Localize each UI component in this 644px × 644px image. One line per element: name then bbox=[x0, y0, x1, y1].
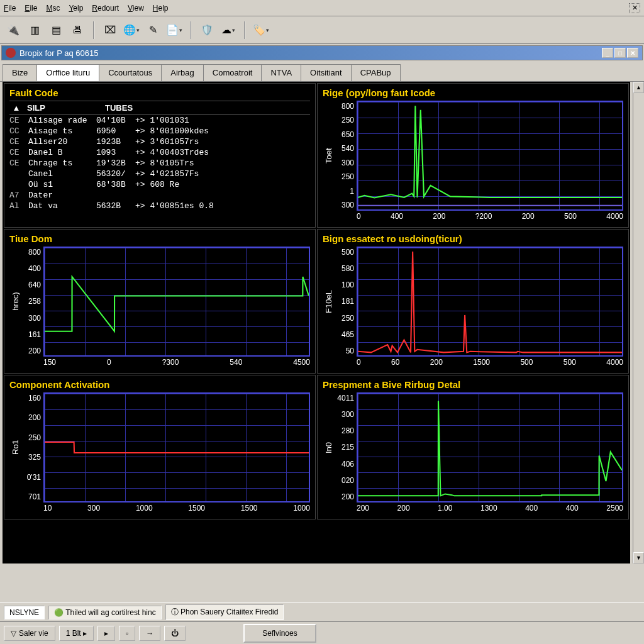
fault-code-title: Fault Code bbox=[9, 87, 310, 98]
nav-prev-icon[interactable]: ▸ bbox=[97, 626, 115, 641]
status-nslyne: NSLYNE bbox=[4, 606, 45, 619]
chart-icon[interactable]: ▥ bbox=[25, 21, 44, 40]
scroll-down-icon[interactable]: ▼ bbox=[633, 552, 644, 564]
tiue-chart-pane: Tiue Dom hrec) 800400640258300161200 150… bbox=[4, 229, 316, 374]
bottom-bar: ▽ Saler vie 1 Blt ▸ ▸ ▫ → ⏻ Seflvinoes bbox=[0, 621, 644, 644]
table-row[interactable]: CEChrage ts19'32B+> 8'0105Trs bbox=[9, 158, 310, 169]
table-row[interactable]: AlDat va5632B+> 4'00851es 0.8 bbox=[9, 201, 310, 211]
status-message-1: 🟢 Thiled will ag cortilrest hinc bbox=[48, 606, 162, 619]
bign-chart-pane: Bign essatect ro usdoing(ticur) F10eL 50… bbox=[317, 229, 629, 374]
sheet-icon[interactable]: 📄▾ bbox=[165, 21, 184, 40]
col-silp[interactable]: SILP bbox=[23, 103, 105, 113]
col-sort-icon[interactable]: ▲ bbox=[9, 103, 23, 113]
status-message-2: ⓘ Phon Sauery Citaiitex Firedid bbox=[165, 604, 284, 620]
tab-bar: Bize Orffice lituru Ccourtatous Airbag C… bbox=[0, 62, 644, 82]
comp-ylabel: Ro1 bbox=[9, 392, 21, 502]
edit-icon[interactable]: ✎ bbox=[143, 21, 162, 40]
menu-help[interactable]: Help bbox=[153, 4, 169, 13]
tab-counators[interactable]: Ccourtatous bbox=[99, 64, 162, 81]
cancel-box-icon[interactable]: ⌧ bbox=[101, 21, 119, 40]
tiue-plot bbox=[43, 247, 310, 357]
close-icon[interactable]: ✕ bbox=[629, 3, 640, 13]
comp-chart-pane: Component Activation Ro1 1602002503250'3… bbox=[4, 375, 316, 519]
table-row[interactable]: Oü s168'38B+> 608 Re bbox=[9, 179, 310, 190]
tiue-yaxis: 800400640258300161200 bbox=[21, 247, 43, 357]
power-icon[interactable]: ⏻ bbox=[164, 626, 186, 641]
comp-yaxis: 1602002503250'31701 bbox=[21, 392, 43, 502]
rige-chart-pane: Rige (opy/long faut Icode Toet 800250650… bbox=[317, 83, 629, 228]
globe-icon[interactable]: 🌐▾ bbox=[122, 21, 141, 40]
menu-bar: File Eile Msc Yelp Redourt View Help ✕ bbox=[0, 0, 644, 16]
vertical-scrollbar[interactable]: ▲ ▼ bbox=[633, 82, 644, 564]
menu-view[interactable]: View bbox=[128, 4, 144, 13]
blt-button[interactable]: 1 Blt ▸ bbox=[59, 626, 94, 641]
tiue-ylabel: hrec) bbox=[9, 247, 21, 357]
tab-comoatroit[interactable]: Comoatroit bbox=[203, 64, 262, 81]
comp-plot bbox=[43, 392, 310, 502]
col-tubes[interactable]: TUBES bbox=[105, 103, 155, 113]
stop-icon[interactable]: ▫ bbox=[119, 626, 135, 641]
child-window-titlebar: Bropix for P aq 60615 _ □ ✕ bbox=[1, 45, 643, 60]
tab-cpabup[interactable]: CPABup bbox=[351, 64, 401, 81]
services-button[interactable]: Seflvinoes bbox=[243, 624, 316, 643]
bign-ylabel: F10eL bbox=[323, 247, 334, 357]
menu-file[interactable]: File bbox=[4, 4, 16, 13]
cloud-icon[interactable]: ☁▾ bbox=[219, 21, 238, 40]
pres-yaxis: 4011300280215406020200 bbox=[334, 392, 357, 502]
table-row[interactable]: CEAlisage rade04'10B+> 1'001031 bbox=[9, 115, 310, 126]
app-logo-icon bbox=[6, 48, 16, 58]
fault-code-body: CEAlisage rade04'10B+> 1'001031CCAisage … bbox=[9, 115, 310, 211]
menu-yelp[interactable]: Yelp bbox=[69, 4, 83, 13]
rige-xaxis: 0400200?2002005004000 bbox=[323, 211, 623, 221]
tag-icon[interactable]: 🏷️▾ bbox=[252, 21, 270, 40]
menu-msc[interactable]: Msc bbox=[46, 4, 60, 13]
content-panel: Fault Code ▲ SILP TUBES CEAlisage rade04… bbox=[3, 82, 630, 564]
saler-button[interactable]: ▽ Saler vie bbox=[4, 626, 55, 641]
rige-title: Rige (opy/long faut Icode bbox=[323, 87, 623, 98]
fault-code-header: ▲ SILP TUBES bbox=[9, 101, 310, 115]
pres-ylabel: In0 bbox=[323, 392, 334, 502]
tiue-xaxis: 1500?3005404500 bbox=[9, 357, 310, 367]
pres-xaxis: 2002001.0013004004002500 bbox=[323, 502, 623, 513]
bign-title: Bign essatect ro usdoing(ticur) bbox=[323, 233, 623, 244]
pres-plot bbox=[357, 392, 623, 502]
bign-yaxis: 50058010018125046550 bbox=[334, 247, 357, 357]
rige-yaxis: 8002506505403002501300 bbox=[334, 101, 357, 211]
tab-oitsitiant[interactable]: Oitsitiant bbox=[301, 64, 352, 81]
table-row[interactable]: CCAisage ts6950+> 8'001000kdes bbox=[9, 126, 310, 136]
scroll-up-icon[interactable]: ▲ bbox=[633, 82, 644, 93]
maximize-button[interactable]: □ bbox=[614, 48, 626, 58]
bign-plot bbox=[357, 247, 623, 357]
tiue-title: Tiue Dom bbox=[9, 233, 310, 244]
comp-title: Component Activation bbox=[9, 379, 310, 390]
bign-xaxis: 06020015005005004000 bbox=[323, 357, 623, 367]
menu-eile[interactable]: Eile bbox=[25, 4, 37, 13]
tab-airbag[interactable]: Airbag bbox=[161, 64, 204, 81]
minimize-button[interactable]: _ bbox=[602, 48, 613, 58]
status-bar: NSLYNE 🟢 Thiled will ag cortilrest hinc … bbox=[0, 602, 644, 621]
shield-icon[interactable]: 🛡️ bbox=[197, 21, 216, 40]
table-row[interactable]: A7Dater bbox=[9, 190, 310, 201]
table-row[interactable]: CEDanel B1093+> 4'00403Trdes bbox=[9, 147, 310, 158]
table-row[interactable]: CEAllser201923B+> 3'601057rs bbox=[9, 136, 310, 147]
tab-ntva[interactable]: NTVA bbox=[261, 64, 301, 81]
tab-office[interactable]: Orffice lituru bbox=[36, 64, 99, 81]
pres-chart-pane: Prespment a Bive Rirbug Detal In0 401130… bbox=[317, 375, 629, 519]
table-row[interactable]: Canel56320/+> 4'021857Fs bbox=[9, 169, 310, 179]
comp-xaxis: 103001000150015001000 bbox=[9, 502, 310, 513]
rige-ylabel: Toet bbox=[323, 101, 334, 211]
menu-redout[interactable]: Redourt bbox=[92, 4, 119, 13]
rige-plot bbox=[357, 101, 623, 211]
toolbar: 🔌 ▥ ▤ 🖶 ⌧ 🌐▾ ✎ 📄▾ 🛡️ ☁▾ 🏷️▾ bbox=[0, 16, 644, 44]
print-icon[interactable]: 🖶 bbox=[68, 21, 87, 40]
fault-code-pane: Fault Code ▲ SILP TUBES CEAlisage rade04… bbox=[4, 83, 316, 228]
pres-title: Prespment a Bive Rirbug Detal bbox=[323, 379, 623, 390]
doc-icon[interactable]: ▤ bbox=[47, 21, 65, 40]
tab-bize[interactable]: Bize bbox=[3, 64, 37, 81]
connect-icon[interactable]: 🔌 bbox=[4, 21, 23, 40]
child-window-title: Bropix for P aq 60615 bbox=[19, 48, 99, 58]
arrow-right-icon[interactable]: → bbox=[139, 626, 160, 641]
close-button[interactable]: ✕ bbox=[627, 48, 638, 58]
